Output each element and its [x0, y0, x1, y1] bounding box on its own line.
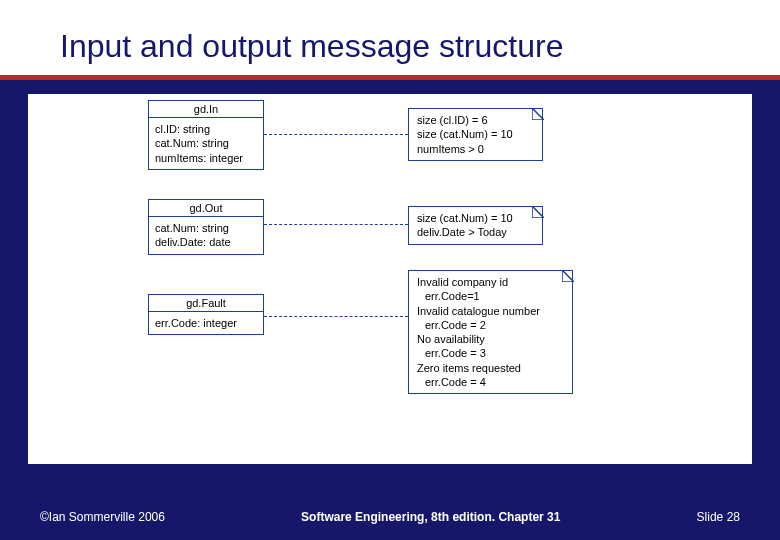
footer-book: Software Engineering, 8th edition. Chapt…: [301, 510, 560, 524]
slide-title: Input and output message structure: [60, 28, 720, 65]
note-line: numItems > 0: [417, 142, 534, 156]
uml-class-name: gd.Out: [149, 200, 263, 217]
note-line: err.Code = 3: [417, 346, 564, 360]
note-fold-icon: [562, 270, 574, 282]
uml-class-name: gd.Fault: [149, 295, 263, 312]
note-fold-icon: [532, 206, 544, 218]
uml-class-attrs: err.Code: integer: [149, 312, 263, 334]
attr-line: cat.Num: string: [155, 221, 257, 235]
slide-footer: ©Ian Sommerville 2006 Software Engineeri…: [0, 510, 780, 524]
uml-class-attrs: cat.Num: string deliv.Date: date: [149, 217, 263, 254]
attr-line: cl.ID: string: [155, 122, 257, 136]
footer-copyright: ©Ian Sommerville 2006: [40, 510, 165, 524]
uml-note-gdOut: size (cat.Num) = 10 deliv.Date > Today: [408, 206, 543, 245]
note-line: size (cl.ID) = 6: [417, 113, 534, 127]
uml-class-gdIn: gd.In cl.ID: string cat.Num: string numI…: [148, 100, 264, 170]
attr-line: cat.Num: string: [155, 136, 257, 150]
connector-dashed: [264, 316, 408, 317]
note-line: deliv.Date > Today: [417, 225, 534, 239]
attr-line: numItems: integer: [155, 151, 257, 165]
note-line: Invalid company id: [417, 275, 564, 289]
note-line: size (cat.Num) = 10: [417, 211, 534, 225]
attr-line: err.Code: integer: [155, 316, 257, 330]
note-line: Invalid catalogue number: [417, 304, 564, 318]
note-line: size (cat.Num) = 10: [417, 127, 534, 141]
diagram-area: gd.In cl.ID: string cat.Num: string numI…: [28, 94, 752, 464]
note-line: No availability: [417, 332, 564, 346]
slide-header: Input and output message structure: [0, 0, 780, 80]
attr-line: deliv.Date: date: [155, 235, 257, 249]
uml-note-gdFault: Invalid company id err.Code=1 Invalid ca…: [408, 270, 573, 394]
note-line: err.Code=1: [417, 289, 564, 303]
connector-dashed: [264, 224, 408, 225]
uml-class-attrs: cl.ID: string cat.Num: string numItems: …: [149, 118, 263, 169]
svg-marker-2: [562, 270, 574, 282]
note-line: err.Code = 2: [417, 318, 564, 332]
svg-marker-0: [532, 108, 544, 120]
note-line: Zero items requested: [417, 361, 564, 375]
note-fold-icon: [532, 108, 544, 120]
svg-marker-1: [532, 206, 544, 218]
uml-note-gdIn: size (cl.ID) = 6 size (cat.Num) = 10 num…: [408, 108, 543, 161]
footer-slide-number: Slide 28: [697, 510, 740, 524]
uml-class-gdFault: gd.Fault err.Code: integer: [148, 294, 264, 335]
note-line: err.Code = 4: [417, 375, 564, 389]
uml-class-gdOut: gd.Out cat.Num: string deliv.Date: date: [148, 199, 264, 255]
connector-dashed: [264, 134, 408, 135]
uml-class-name: gd.In: [149, 101, 263, 118]
